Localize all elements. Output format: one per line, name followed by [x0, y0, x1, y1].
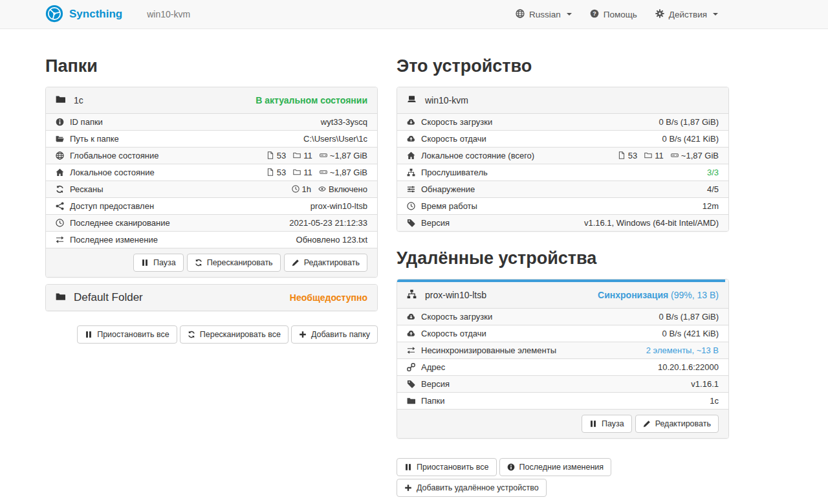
row-label: Глобальное состояние: [70, 151, 158, 160]
row-label: Путь к папке: [70, 134, 119, 144]
link-icon: [407, 362, 415, 372]
gear-icon: [655, 9, 664, 20]
sliders-icon: [407, 184, 415, 194]
pause-all-devices-button[interactable]: Приостановить все: [397, 458, 497, 476]
main-content: Папки 1c В актуальном состоянии ID папки…: [45, 56, 729, 497]
help-menu[interactable]: ?Помощь: [590, 9, 637, 20]
rescan-all-button[interactable]: Пересканировать все: [180, 325, 289, 344]
row-value: 3/3: [707, 168, 719, 177]
actions-menu[interactable]: Действия: [655, 9, 718, 20]
folder-o-icon: [293, 168, 301, 177]
pause-button[interactable]: Пауза: [133, 254, 184, 272]
recent-changes-button[interactable]: Последние изменения: [499, 458, 612, 476]
pause-icon: [85, 331, 93, 338]
pause-icon: [141, 259, 149, 267]
this-device-details-table: Скорость загрузки0 B/s (1,87 GiB)Скорост…: [397, 113, 728, 231]
value-part: ~1,87 GiB: [320, 151, 367, 160]
this-device-panel-header[interactable]: win10-kvm: [397, 87, 728, 113]
row-value: 0 B/s (1,87 GiB): [659, 312, 719, 322]
pencil-icon: [643, 420, 651, 428]
folder-panel-1c-header[interactable]: 1c В актуальном состоянии: [46, 87, 377, 113]
rescan-button[interactable]: Пересканировать: [187, 254, 281, 272]
value-part: ~1,87 GiB: [671, 151, 719, 160]
navbar-menus: Russian?ПомощьДействия: [516, 9, 718, 20]
folder-name: 1c: [74, 95, 83, 105]
table-row: Глобальное состояние5311~1,87 GiB: [46, 148, 377, 164]
row-label: Адрес: [421, 362, 445, 372]
table-row: Скорость загрузки0 B/s (1,87 GiB): [397, 114, 728, 131]
tag-icon: [407, 379, 415, 389]
sitemap-icon: [407, 289, 417, 301]
cloud-down-icon: [407, 117, 415, 127]
pause-all-folders-button[interactable]: Приостановить все: [77, 325, 177, 344]
folder-icon: [56, 292, 65, 303]
refresh-icon: [195, 259, 202, 267]
pencil-icon: [292, 259, 300, 267]
table-row: Скорость отдачи0 B/s (421 KiB): [397, 131, 728, 148]
clock-o-icon: [292, 184, 300, 194]
cloud-up-icon: [407, 329, 415, 338]
value-part: 11: [293, 168, 312, 177]
row-value: v1.16.1: [691, 379, 719, 389]
row-value: 0 B/s (1,87 GiB): [659, 117, 719, 127]
row-value: 4/5: [707, 184, 719, 194]
row-value[interactable]: 2 элементы, ~13 B: [646, 345, 719, 355]
edit-button[interactable]: Редактировать: [284, 254, 367, 272]
chevron-down-icon: [713, 13, 718, 16]
globe-icon: [516, 9, 525, 20]
row-label: Доступ предоставлен: [70, 201, 154, 211]
folder-open-icon: [56, 134, 64, 144]
row-label: Скорость отдачи: [421, 329, 486, 338]
row-value: 10.20.1.6:22000: [658, 362, 719, 372]
folder-panel-default-header[interactable]: Default Folder Необщедоступно: [46, 285, 377, 311]
value-part: 1h: [292, 184, 311, 194]
remote-device-details-table: Скорость загрузки0 B/s (1,87 GiB)Скорост…: [397, 308, 728, 409]
row-value: 0 B/s (421 KiB): [662, 329, 719, 338]
eye-icon: [318, 184, 326, 194]
row-value: C:\Users\User\1c: [303, 134, 367, 144]
refresh-icon: [56, 184, 64, 194]
add-remote-device-button[interactable]: Добавить удалённое устройство: [397, 479, 547, 497]
table-row: Локальное состояние (всего)5311~1,87 GiB: [397, 148, 728, 164]
row-label: Время работы: [421, 201, 477, 211]
value-part: 53: [618, 151, 637, 160]
row-label: Ресканы: [70, 184, 104, 194]
remote-device-panel-header[interactable]: prox-win10-ltsb Синхронизация (99%, 13 B…: [397, 282, 728, 308]
table-row: Скорость отдачи0 B/s (421 KiB): [397, 325, 728, 342]
this-device-panel: win10-kvm Скорость загрузки0 B/s (1,87 G…: [397, 87, 729, 232]
file-o-icon: [618, 151, 626, 160]
file-o-icon: [267, 151, 274, 160]
row-value: 2021-05-23 21:12:33: [289, 218, 367, 228]
row-label: Локальное состояние: [70, 168, 155, 177]
pause-icon: [589, 420, 597, 428]
value-part: 11: [644, 151, 664, 160]
table-row: ID папкиwyt33-3yscq: [46, 114, 377, 131]
laptop-icon: [407, 94, 417, 106]
add-folder-button[interactable]: Добавить папку: [291, 325, 378, 344]
value-part: ~1,87 GiB: [320, 168, 367, 177]
folder-panel-footer: ПаузаПересканироватьРедактировать: [46, 248, 377, 277]
language-menu[interactable]: Russian: [516, 9, 572, 20]
clock-o-icon: [407, 201, 415, 211]
row-label: Версия: [421, 379, 450, 389]
home-icon: [407, 151, 415, 160]
svg-text:?: ?: [593, 10, 596, 17]
home-icon: [56, 168, 64, 177]
syncthing-brand[interactable]: Syncthing: [45, 5, 122, 25]
table-row: Ресканы1hВключено: [46, 181, 377, 198]
edit-device-button[interactable]: Редактировать: [635, 415, 719, 433]
info-icon: [507, 463, 515, 471]
folder-panel-1c: 1c В актуальном состоянии ID папкиwyt33-…: [45, 87, 378, 278]
plus-icon: [299, 331, 307, 338]
folder-icon: [407, 396, 415, 406]
row-label: Последнее изменение: [70, 235, 158, 245]
clock-o-icon: [56, 218, 64, 228]
folders-column: Папки 1c В актуальном состоянии ID папки…: [45, 56, 378, 344]
chevron-down-icon: [567, 13, 572, 16]
pause-device-button[interactable]: Пауза: [582, 415, 632, 433]
this-device-title: Это устройство: [397, 56, 729, 76]
devices-column: Это устройство win10-kvm Скорость загруз…: [397, 56, 729, 497]
folders-title: Папки: [45, 56, 378, 76]
devices-footer-actions: Приостановить всеПоследние измененияДоба…: [397, 458, 707, 497]
folder-name: Default Folder: [74, 291, 143, 304]
